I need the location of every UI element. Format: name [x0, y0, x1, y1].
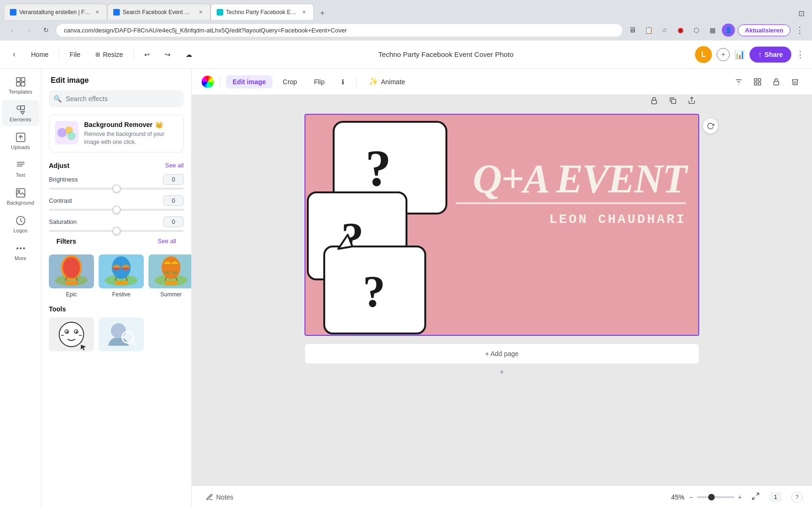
zoom-slider[interactable] — [697, 496, 734, 498]
fullscreen-button[interactable] — [751, 492, 760, 502]
home-button[interactable]: Home — [26, 48, 53, 61]
collapse-panel-arrow[interactable]: ▲ — [499, 368, 505, 374]
sidebar-item-elements[interactable]: Elements — [2, 100, 39, 126]
filter-summer-label: Summer — [160, 291, 181, 298]
add-page-button[interactable]: + Add page — [304, 343, 699, 364]
lock-icon[interactable] — [769, 74, 784, 89]
file-button[interactable]: File — [65, 48, 85, 61]
flip-button[interactable]: Flip — [307, 75, 331, 88]
svg-rect-1 — [21, 78, 25, 81]
zoom-thumb[interactable] — [708, 494, 715, 500]
contrast-label-row: Contrast 0 — [49, 195, 184, 206]
sidebar-item-more[interactable]: More — [2, 239, 39, 265]
resize-button[interactable]: ⊞ Resize — [91, 48, 128, 61]
sidebar-item-text[interactable]: Text — [2, 156, 39, 182]
adblock-btn: ◉ — [674, 24, 687, 37]
window-controls[interactable]: ⊡ — [795, 7, 808, 20]
screenshot-btn[interactable]: 📋 — [642, 24, 655, 37]
canvas-refresh-button[interactable] — [703, 119, 718, 134]
aktualisieren-button[interactable]: Aktualisieren — [738, 24, 790, 36]
notes-button[interactable]: Notes — [201, 491, 238, 504]
canvas-lock-icon[interactable] — [647, 95, 662, 108]
canvas-share-icon[interactable] — [684, 95, 699, 108]
svg-point-48 — [76, 331, 78, 333]
brightness-value[interactable]: 0 — [163, 174, 184, 185]
url-input[interactable] — [56, 24, 622, 37]
forward-button[interactable]: › — [23, 24, 36, 37]
svg-rect-62 — [758, 82, 761, 85]
color-picker-button[interactable] — [201, 75, 214, 88]
toolbar-right: L + 📊 ↑ Share ⋮ — [695, 46, 804, 63]
tab-1[interactable]: Veranstaltung erstellen | Faceb... ✕ — [4, 4, 107, 20]
filter-festive[interactable]: Festive — [99, 254, 144, 298]
zoom-out-button[interactable]: − — [689, 493, 693, 501]
zoom-in-button[interactable]: + — [738, 493, 742, 501]
add-collaborator-button[interactable]: + — [717, 48, 730, 61]
svg-rect-60 — [758, 79, 761, 81]
tab-1-favicon — [10, 9, 16, 16]
undo-button[interactable]: ↩ — [140, 48, 155, 61]
star-btn[interactable]: ☆ — [658, 24, 671, 37]
sidebar-toggle[interactable]: ▦ — [706, 24, 719, 37]
tool-search[interactable] — [99, 318, 144, 351]
tab-2-close[interactable]: ✕ — [197, 8, 204, 16]
panel-title: Edit image — [41, 69, 191, 90]
contrast-slider[interactable] — [49, 209, 184, 211]
contrast-thumb[interactable] — [112, 206, 121, 214]
animate-button[interactable]: ✨ Animate — [362, 74, 412, 89]
sidebar-item-uploads[interactable]: Uploads — [2, 128, 39, 154]
analytics-button[interactable]: 📊 — [734, 49, 745, 60]
filters-see-all[interactable]: See all — [157, 238, 176, 245]
svg-point-17 — [23, 247, 25, 249]
sidebar-item-background[interactable]: Background — [2, 183, 39, 209]
search-input[interactable] — [49, 90, 184, 107]
browser-profile[interactable]: 👤 — [722, 24, 735, 37]
info-button[interactable]: ℹ — [335, 75, 351, 88]
saturation-slider[interactable] — [49, 230, 184, 232]
sidebar-item-templates[interactable]: Templates — [2, 72, 39, 98]
back-button[interactable]: ‹ — [6, 24, 19, 37]
share-button[interactable]: ↑ Share — [750, 47, 791, 63]
help-button[interactable]: ? — [791, 492, 803, 503]
crop-button[interactable]: Crop — [276, 75, 304, 88]
canvas-container: ? ? — [304, 114, 699, 336]
contrast-value[interactable]: 0 — [163, 195, 184, 206]
filter-icon[interactable] — [731, 74, 746, 89]
grid-icon[interactable] — [750, 74, 765, 89]
canvas-frame[interactable]: ? ? — [304, 114, 699, 336]
edit-image-button[interactable]: Edit image — [226, 75, 273, 88]
trash-icon[interactable] — [788, 74, 803, 89]
tab-3[interactable]: Techno Party Facebook Event... ✕ — [211, 4, 314, 20]
bubble-bottom: ? — [324, 235, 425, 333]
adjust-see-all[interactable]: See all — [165, 162, 184, 169]
brightness-label-row: Brightness 0 — [49, 174, 184, 185]
tools-title: Tools — [49, 305, 184, 313]
ext-btn[interactable]: ⬡ — [690, 24, 703, 37]
browser-menu[interactable]: ⋮ — [793, 24, 806, 37]
bg-remover-image — [55, 121, 78, 144]
filter-epic[interactable]: Epic — [49, 254, 94, 298]
user-avatar[interactable]: L — [695, 46, 712, 63]
save-button[interactable]: ☁ — [181, 48, 197, 61]
saturation-thumb[interactable] — [112, 227, 121, 235]
tab-2[interactable]: Search Facebook Event Cover... ✕ — [107, 4, 211, 20]
brightness-thumb[interactable] — [112, 184, 121, 193]
tool-face[interactable] — [49, 318, 94, 351]
tab-3-close[interactable]: ✕ — [300, 8, 308, 16]
background-remover-card[interactable]: Background Remover 👑 Remove the backgrou… — [49, 115, 184, 152]
back-to-home-arrow[interactable]: ‹ — [8, 48, 21, 61]
new-tab-button[interactable]: + — [316, 7, 329, 20]
brightness-slider[interactable] — [49, 188, 184, 190]
svg-rect-63 — [774, 81, 779, 85]
edit-image-label: Edit image — [233, 78, 266, 86]
canvas-duplicate-icon[interactable] — [665, 95, 680, 108]
saturation-value[interactable]: 0 — [163, 216, 184, 227]
contrast-row: Contrast 0 — [41, 195, 191, 216]
filter-summer[interactable]: Summer — [148, 254, 192, 298]
more-menu-button[interactable]: ⋮ — [796, 49, 804, 60]
sidebar-item-logos[interactable]: Logos — [2, 211, 39, 237]
redo-button[interactable]: ↪ — [160, 48, 175, 61]
home-label: Home — [31, 51, 48, 58]
tab-1-close[interactable]: ✕ — [94, 8, 101, 16]
reload-button[interactable]: ↻ — [39, 24, 53, 37]
